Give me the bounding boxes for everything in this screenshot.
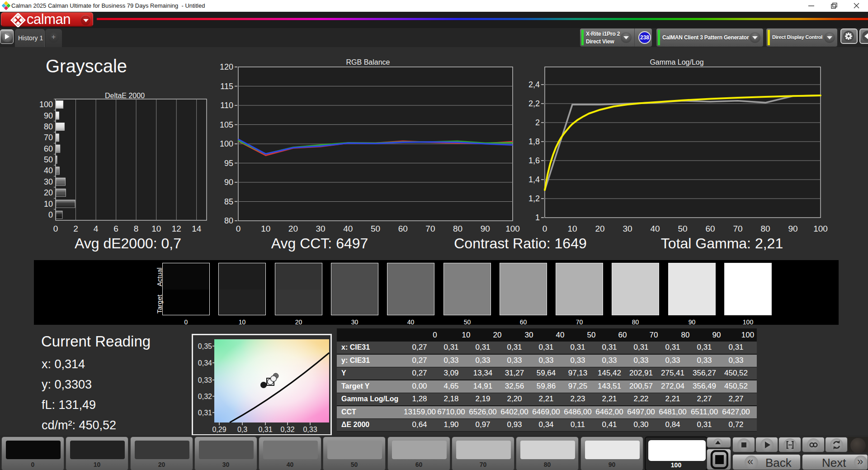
svg-text:20: 20 [288,224,298,233]
svg-text:10: 10 [567,224,577,233]
svg-text:0,32: 0,32 [280,426,294,433]
svg-text:1,2: 1,2 [528,194,540,203]
svg-text:30: 30 [316,224,326,233]
svg-text:120: 120 [220,62,233,71]
svg-text:70: 70 [733,224,742,233]
svg-text:1,6: 1,6 [528,156,540,165]
svg-text:20: 20 [44,188,53,197]
svg-text:50: 50 [371,224,380,233]
svg-text:0,31: 0,31 [258,426,272,433]
svg-text:DeltaE 2000: DeltaE 2000 [105,92,145,100]
svg-text:0,33: 0,33 [303,426,317,433]
svg-text:50: 50 [44,155,53,164]
svg-text:40: 40 [44,166,53,175]
svg-text:50: 50 [678,224,687,233]
svg-text:14: 14 [192,224,202,233]
svg-text:0,32: 0,32 [198,393,212,400]
svg-text:80: 80 [453,224,462,233]
svg-text:6: 6 [113,224,118,233]
svg-text:90: 90 [481,224,490,233]
svg-text:0: 0 [236,224,241,233]
svg-text:30: 30 [44,177,53,186]
svg-text:70: 70 [425,224,435,233]
svg-text:110: 110 [220,101,233,110]
svg-text:2,4: 2,4 [528,80,540,89]
svg-text:0: 0 [53,224,58,233]
svg-text:0,29: 0,29 [212,426,226,433]
svg-text:40: 40 [343,224,353,233]
svg-text:0: 0 [542,224,547,233]
svg-text:10: 10 [261,224,270,233]
svg-text:0,3: 0,3 [237,426,247,433]
svg-text:90: 90 [224,178,233,187]
svg-text:115: 115 [220,82,233,91]
svg-text:2: 2 [73,224,78,233]
svg-text:60: 60 [398,224,408,233]
svg-text:60: 60 [44,144,53,153]
svg-text:90: 90 [788,224,797,233]
svg-text:80: 80 [224,216,233,225]
svg-text:100: 100 [39,100,53,109]
svg-text:RGB Balance: RGB Balance [346,58,390,66]
svg-text:70: 70 [44,133,53,142]
svg-text:95: 95 [224,159,233,168]
svg-text:60: 60 [705,224,715,233]
svg-text:80: 80 [760,224,770,233]
svg-text:30: 30 [623,224,632,233]
svg-text:100: 100 [505,224,520,233]
svg-text:2: 2 [535,118,540,127]
svg-text:100: 100 [220,139,233,148]
svg-text:8: 8 [134,224,139,233]
svg-text:10: 10 [151,224,161,233]
svg-text:100: 100 [813,224,828,233]
svg-text:80: 80 [44,122,53,131]
svg-text:1,8: 1,8 [528,137,540,146]
svg-text:1,4: 1,4 [528,175,540,184]
svg-text:Gamma Log/Log: Gamma Log/Log [650,58,703,66]
svg-text:4: 4 [94,224,99,233]
svg-text:105: 105 [220,120,233,129]
svg-text:85: 85 [224,197,233,206]
svg-text:40: 40 [650,224,660,233]
svg-text:1: 1 [535,213,540,222]
svg-text:2,2: 2,2 [528,99,540,108]
svg-text:10: 10 [44,199,53,209]
svg-text:90: 90 [44,111,53,120]
svg-text:20: 20 [595,224,604,233]
svg-text:0: 0 [48,210,53,219]
svg-text:12: 12 [172,224,181,233]
svg-text:0,34: 0,34 [198,359,212,367]
svg-text:0,33: 0,33 [198,376,212,384]
svg-text:0,31: 0,31 [198,409,212,417]
svg-text:0,35: 0,35 [198,342,212,350]
